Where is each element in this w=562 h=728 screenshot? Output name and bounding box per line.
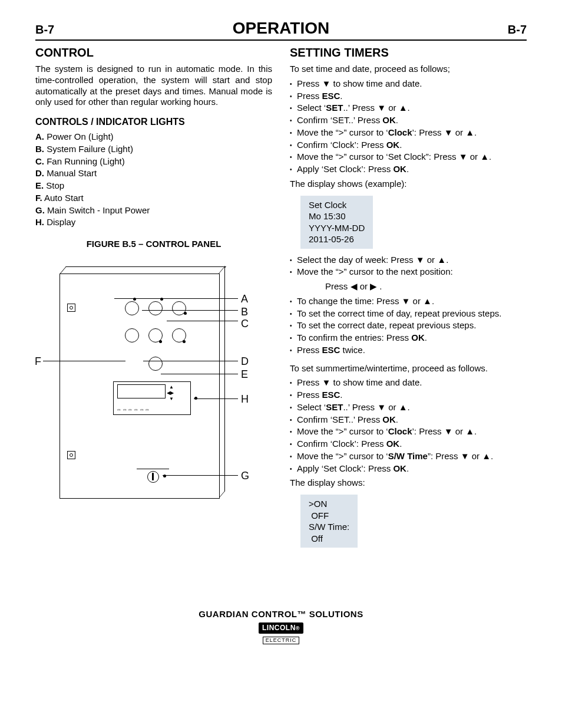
step-item: Press ESC. (290, 390, 527, 401)
step-item: Select ‘SET..’ Press ▼ or ▲. (290, 103, 527, 114)
heading-controls-lights: CONTROLS / INDICATOR LIGHTS (35, 116, 272, 128)
step-item: Select ‘SET..’ Press ▼ or ▲. (290, 402, 527, 413)
step-item: Press ESC. (290, 91, 527, 102)
heading-control: CONTROL (35, 45, 272, 60)
step-item: Move the “>” cursor to the next position… (290, 266, 527, 278)
controls-list-item: D. Manual Start (35, 168, 272, 179)
figure-control-panel: ▲ ◀▶ ▼ ▭ ▭ ▭ ▭ ▭ ▭ A (42, 262, 266, 515)
controls-list-item: C. Fan Running (Light) (35, 156, 272, 167)
step-item: Press ▼ to show time and date. (290, 78, 527, 90)
right-column: SETTING TIMERS To set time and date, pro… (290, 43, 527, 550)
step-item: To change the time: Press ▼ or ▲. (290, 296, 527, 307)
figure-label-a: A (241, 292, 248, 306)
step-item: Press ▼ to show time and date. (290, 377, 527, 388)
display-example-1: Set ClockMo 15:30YYYY-MM-DD2011-05-26 (300, 196, 373, 249)
step-item: To set the correct date, repeat previous… (290, 320, 527, 331)
controls-list: A. Power On (Light)B. System Failure (Li… (35, 131, 272, 228)
figure-label-g: G (241, 469, 249, 483)
steps-list-1: Press ▼ to show time and date.Press ESC.… (290, 78, 527, 175)
step-item: Press ESC twice. (290, 345, 527, 356)
paragraph-summer: To set summertime/wintertime, proceed as… (290, 363, 527, 374)
controls-list-item: B. System Failure (Light) (35, 144, 272, 155)
step-item: Confirm ‘SET..’ Press OK. (290, 414, 527, 426)
steps-list-2: Select the day of week: Press ▼ or ▲.Mov… (290, 255, 527, 278)
page-number-left: B-7 (35, 22, 233, 37)
paragraph-display-2: The display shows: (290, 477, 527, 489)
figure-caption: FIGURE B.5 – CONTROL PANEL (35, 239, 272, 250)
page-header: B-7 OPERATION B-7 (35, 18, 527, 41)
controls-list-item: H. Display (35, 217, 272, 228)
figure-label-e: E (241, 368, 248, 381)
lincoln-logo-sub: ELECTRIC (263, 637, 300, 644)
paragraph-control: The system is designed to run in automat… (35, 64, 272, 108)
step-item: Select the day of week: Press ▼ or ▲. (290, 255, 527, 266)
figure-label-f: F (35, 355, 41, 368)
step-item: Confirm ‘SET..’ Press OK. (290, 115, 527, 126)
steps-list-3: To change the time: Press ▼ or ▲.To set … (290, 296, 527, 356)
step-item: Apply ‘Set Clock’: Press OK. (290, 164, 527, 175)
step-item: Apply ‘Set Clock’: Press OK. (290, 463, 527, 475)
step-item: Move the “>” cursor to ‘Clock’: Press ▼ … (290, 127, 527, 139)
figure-label-c: C (241, 317, 249, 331)
step-item: Move the “>” cursor to ‘Set Clock”: Pres… (290, 151, 527, 163)
controls-list-item: G. Main Switch - Input Power (35, 205, 272, 216)
step-item: Move the “>” cursor to ‘S/W Time”: Press… (290, 451, 527, 462)
paragraph-timers-intro: To set time and date, proceed as follows… (290, 64, 527, 75)
steps-list-4: Press ▼ to show time and date.Press ESC.… (290, 377, 527, 474)
left-column: CONTROL The system is designed to run in… (35, 43, 272, 550)
indent-press-line: Press ◀ or ▶ . (290, 281, 527, 292)
step-item: Confirm ‘Clock’: Press OK. (290, 140, 527, 151)
footer-product-line: GUARDIAN CONTROL™ SOLUTIONS (35, 609, 527, 620)
heading-setting-timers: SETTING TIMERS (290, 45, 527, 60)
display-example-2: >ON OFFS/W Time: Off (300, 495, 358, 548)
controls-list-item: F. Auto Start (35, 193, 272, 204)
step-item: Move the “>” cursor to ‘Clock’: Press ▼ … (290, 426, 527, 437)
page-number-right: B-7 (329, 22, 527, 37)
page-title: OPERATION (233, 18, 329, 38)
step-item: To confirm the entries: Press OK. (290, 332, 527, 344)
controls-list-item: A. Power On (Light) (35, 131, 272, 143)
figure-label-d: D (241, 355, 249, 368)
figure-label-h: H (241, 393, 249, 406)
controls-list-item: E. Stop (35, 180, 272, 192)
step-item: To set the correct time of day, repeat p… (290, 308, 527, 319)
paragraph-display-1: The display shows (example): (290, 179, 527, 190)
step-item: Confirm ‘Clock’: Press OK. (290, 439, 527, 450)
page-footer: GUARDIAN CONTROL™ SOLUTIONS LINCOLN® ELE… (35, 609, 527, 645)
lincoln-logo: LINCOLN® (259, 622, 303, 634)
